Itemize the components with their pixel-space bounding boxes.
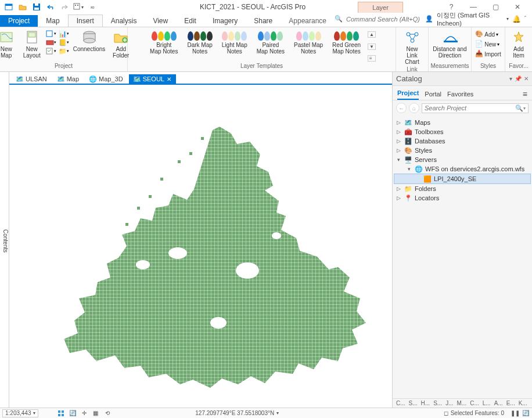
styles-new-button[interactable]: 📄New▾ bbox=[474, 39, 502, 49]
pin-icon[interactable]: 📌 bbox=[515, 75, 522, 82]
gallery-up-icon[interactable]: ▲ bbox=[368, 31, 376, 38]
template-dark[interactable]: Dark Map Notes bbox=[184, 30, 215, 56]
new-link-chart-button[interactable]: New Link Chart bbox=[398, 28, 426, 66]
gallery-expand-icon[interactable]: ≡ bbox=[368, 55, 376, 62]
snapping-icon[interactable]: ✛ bbox=[80, 409, 88, 417]
svg-rect-1 bbox=[5, 4, 12, 6]
catalog-tab-portal[interactable]: Portal bbox=[425, 91, 441, 100]
tab-view[interactable]: View bbox=[145, 15, 176, 27]
svg-rect-23 bbox=[201, 137, 204, 140]
add-folder-small-icon[interactable]: 📁▾ bbox=[59, 47, 69, 55]
tab-close-icon[interactable]: ✕ bbox=[167, 76, 171, 82]
catalog-footer-tabs[interactable]: C...S...H...S...J...M...C...L...A...E...… bbox=[393, 398, 532, 408]
template-bright[interactable]: Bright Map Notes bbox=[146, 30, 181, 56]
collapse-ribbon-icon[interactable]: ˆ bbox=[524, 16, 526, 22]
user-name-label[interactable]: 이정민 (Smart GIS Incheon) bbox=[437, 11, 503, 27]
group-project-label: Project bbox=[55, 63, 73, 70]
autohide-icon[interactable]: ▾ bbox=[509, 75, 512, 82]
redo-icon[interactable] bbox=[59, 2, 70, 12]
doc-tab-map3d[interactable]: 🌐Map_3D bbox=[85, 74, 128, 84]
toolbox-icon[interactable]: ▾ bbox=[46, 38, 56, 46]
qat-customize-icon[interactable]: ▾ bbox=[73, 2, 84, 12]
dynamic-icon[interactable]: ⟲ bbox=[103, 409, 112, 417]
catalog-tab-project[interactable]: Project bbox=[397, 89, 419, 100]
template-pastel[interactable]: Pastel Map Notes bbox=[290, 30, 326, 56]
catalog-menu-icon[interactable]: ≡ bbox=[523, 89, 527, 100]
small-buttons-strip2: 📊▾ 📒▾ 📁▾ bbox=[59, 28, 69, 55]
tree-servers[interactable]: ▾🖥️Servers bbox=[394, 155, 531, 164]
selection-icon: ◻ bbox=[444, 410, 448, 416]
svg-rect-7 bbox=[77, 5, 78, 6]
save-icon[interactable] bbox=[31, 2, 42, 12]
doc-tab-map[interactable]: 🗺️Map bbox=[53, 74, 84, 84]
doc-tab-ulsan[interactable]: 🗺️ULSAN bbox=[12, 74, 52, 84]
undo-icon[interactable] bbox=[45, 2, 56, 12]
small-buttons-strip: ▾ ▾ ▾ bbox=[46, 28, 56, 55]
svg-rect-29 bbox=[125, 223, 128, 226]
tree-toolboxes[interactable]: ▷🧰Toolboxes bbox=[394, 127, 531, 136]
tree-layer-selected[interactable]: 🟧LPI_2400y_SE bbox=[394, 174, 531, 184]
qat-more-icon[interactable]: ≂ bbox=[87, 2, 98, 12]
svg-rect-27 bbox=[149, 195, 152, 198]
status-bar: 1:203,443▾ 🔄 ✛ ▦ ⟲ 127.2097749°E 37.5518… bbox=[0, 408, 532, 418]
rotation-icon[interactable]: 🔄 bbox=[69, 409, 77, 417]
tab-analysis[interactable]: Analysis bbox=[103, 15, 145, 27]
tree-databases[interactable]: ▷🗄️Databases bbox=[394, 136, 531, 146]
extent-icon[interactable] bbox=[57, 409, 65, 417]
distance-direction-button[interactable]: Distance and Direction bbox=[431, 28, 468, 60]
notifications-icon[interactable]: 🔔 bbox=[512, 15, 521, 23]
template-redgreen[interactable]: Red Green Map Notes bbox=[329, 30, 364, 56]
side-rail: Contents Geoprocessing Tasks bbox=[0, 72, 9, 408]
tree-locators[interactable]: ▷📍Locators bbox=[394, 193, 531, 203]
tree-wfs-connection[interactable]: ▾🌐WFS on dservices2.arcgis.com.wfs bbox=[394, 164, 531, 174]
tab-project[interactable]: Project bbox=[0, 15, 38, 27]
tab-appearance[interactable]: Appearance bbox=[281, 15, 335, 27]
tab-insert[interactable]: Insert bbox=[68, 15, 103, 27]
doc-tab-seoul[interactable]: 🗺️SEOUL✕ bbox=[129, 74, 176, 84]
import-map-icon[interactable]: 📊▾ bbox=[59, 30, 69, 38]
svg-rect-11 bbox=[46, 31, 52, 37]
open-project-icon[interactable] bbox=[17, 2, 28, 12]
template-paired[interactable]: Paired Map Notes bbox=[253, 30, 288, 56]
styles-add-button[interactable]: 🎨Add▾ bbox=[474, 30, 502, 39]
svg-rect-35 bbox=[58, 410, 60, 413]
back-icon[interactable]: ← bbox=[396, 103, 407, 113]
catalog-pane: Catalog ▾📌✕ Project Portal Favorites ≡ ←… bbox=[393, 72, 532, 408]
svg-rect-24 bbox=[189, 152, 192, 155]
styles-import-button[interactable]: 📥Import bbox=[474, 49, 502, 59]
new-layout-button[interactable]: New Layout bbox=[20, 28, 44, 60]
close-pane-icon[interactable]: ✕ bbox=[524, 75, 529, 82]
catalog-tab-favorites[interactable]: Favorites bbox=[447, 91, 473, 100]
scale-input[interactable]: 1:203,443▾ bbox=[2, 409, 38, 417]
tab-edit[interactable]: Edit bbox=[176, 15, 204, 27]
ribbon: New Map New Layout ▾ ▾ ▾ 📊▾ 📒▾ 📁▾ Connec… bbox=[0, 27, 532, 72]
new-notebook-icon[interactable]: 📒▾ bbox=[59, 38, 69, 46]
add-item-button[interactable]: Add Item bbox=[507, 28, 530, 60]
tab-imagery[interactable]: Imagery bbox=[204, 15, 246, 27]
new-report-icon[interactable]: ▾ bbox=[46, 30, 56, 38]
new-map-button[interactable]: New Map bbox=[0, 28, 18, 60]
tree-folders[interactable]: ▷📁Folders bbox=[394, 184, 531, 193]
selected-features-text: Selected Features: 0 bbox=[451, 410, 504, 416]
pause-icon[interactable]: ❚❚ bbox=[511, 409, 519, 417]
new-project-icon[interactable] bbox=[3, 2, 14, 12]
grid-icon[interactable]: ▦ bbox=[92, 409, 100, 417]
tree-maps[interactable]: ▷🗺️Maps bbox=[394, 118, 531, 127]
template-light[interactable]: Light Map Notes bbox=[218, 30, 251, 56]
sidebar-tab-contents[interactable]: Contents bbox=[2, 229, 9, 253]
svg-point-32 bbox=[210, 317, 227, 329]
home-icon[interactable]: ⌂ bbox=[409, 103, 419, 113]
tab-map[interactable]: Map bbox=[38, 15, 67, 27]
globe-icon: 🌐 bbox=[89, 75, 96, 82]
connections-button[interactable]: Connections bbox=[71, 28, 107, 53]
task-icon[interactable]: ▾ bbox=[46, 47, 56, 55]
map-canvas[interactable] bbox=[9, 85, 392, 408]
command-search-input[interactable] bbox=[346, 16, 422, 23]
refresh-icon[interactable]: 🔄 bbox=[522, 409, 530, 417]
tree-styles[interactable]: ▷🎨Styles bbox=[394, 146, 531, 155]
gallery-down-icon[interactable]: ▼ bbox=[368, 44, 376, 50]
group-favorites-label: Favor... bbox=[509, 63, 528, 70]
coord-dropdown-icon[interactable]: ▾ bbox=[276, 410, 279, 416]
catalog-search-input[interactable]: 🔍 ▾ bbox=[422, 103, 529, 113]
tab-share[interactable]: Share bbox=[246, 15, 281, 27]
